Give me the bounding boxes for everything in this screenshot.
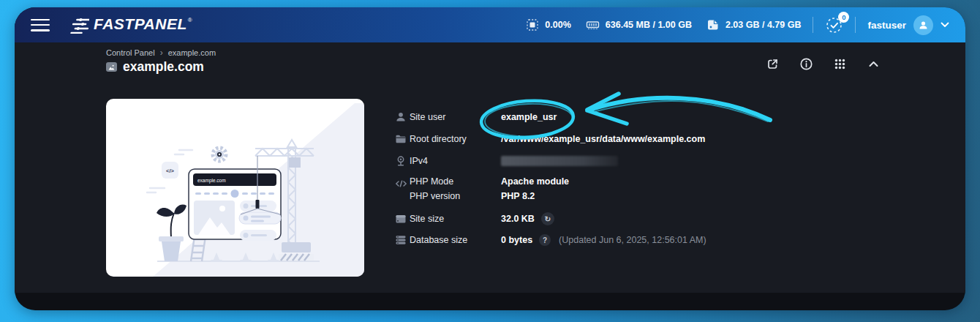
breadcrumb: Control Panel › example.com [106,48,216,58]
refresh-site-size-button[interactable]: ↻ [541,212,554,225]
crane-base [282,242,311,252]
user-menu[interactable]: fastuser [867,15,949,35]
page-title-row: example.com [106,59,204,75]
topbar-divider [855,17,856,33]
database-size-value: 0 bytes [501,235,532,245]
page-title: example.com [123,59,204,75]
ipv4-label: IPv4 [410,156,501,166]
database-size-row: Database size 0 bytes ? (Updated Jun 6, … [395,233,706,247]
browser-window-illustration: example.com [189,169,281,241]
menu-icon[interactable] [31,19,50,31]
site-user-row: Site user example_usr [395,110,557,124]
php-mode-label: PHP Mode [410,176,501,187]
logo-equalizer-icon [69,18,89,34]
site-illustration-card: </> [106,99,364,277]
drive-icon [395,213,410,225]
disk-icon [706,18,720,31]
database-size-help-button[interactable]: ? [539,234,551,246]
disk-value: 2.03 GB / 4.79 GB [725,20,802,30]
ipv4-redacted-value [501,156,618,166]
svg-text:</>: </> [166,168,174,174]
disk-usage: 2.03 GB / 4.79 GB [706,18,802,31]
logo-registered-mark: ® [188,17,192,23]
php-version-value: PHP 8.2 [501,191,569,201]
code-badge-icon: </> [162,162,178,179]
logo-text: FASTPANEL [94,16,187,32]
user-avatar-icon [918,20,929,31]
root-directory-label: Root directory [410,134,501,144]
database-icon [395,234,410,246]
site-favicon-icon [106,62,117,72]
site-size-value: 32.0 KB [501,214,535,224]
username: fastuser [867,20,906,31]
crane-counterweight [289,157,301,168]
tasks-button[interactable]: 0 [825,16,843,34]
root-directory-row: Root directory /var/www/example_usr/data… [395,132,705,146]
user-icon [395,111,410,123]
site-user-value: example_usr [501,112,557,122]
open-site-external-link-icon[interactable] [766,57,780,71]
apps-grid-icon[interactable] [833,57,847,71]
cpu-usage: 0.00% [526,18,570,31]
php-mode-value: Apache module [501,176,569,187]
root-directory-value: /var/www/example_usr/data/www/example.co… [501,134,705,144]
main-content: Control Panel › example.com example.com [15,42,965,293]
crane-base-hatch [279,254,314,261]
site-user-label: Site user [410,112,501,122]
ram-icon [586,18,600,31]
gear-icon [213,148,226,161]
php-version-label: PHP version [410,191,501,201]
tasks-count-badge: 0 [838,12,849,23]
topbar-divider [813,17,813,33]
resource-stats: 0.00% 636.45 MB / 1.00 GB [526,18,801,31]
cpu-icon [526,18,539,31]
ipv4-row: IPv4 [395,154,618,168]
site-size-row: Site size 32.0 KB ↻ [395,211,554,226]
info-icon[interactable] [799,57,813,71]
breadcrumb-current: example.com [168,48,216,57]
illustration-url: example.com [197,178,226,184]
under-construction-illustration: </> [106,99,364,277]
collapse-chevron-up-icon[interactable] [867,57,881,71]
php-row: PHP Mode Apache module PHP version PHP 8… [395,176,569,201]
app-window: FASTPANEL ® 0.00% [15,7,965,310]
site-size-label: Site size [410,214,501,224]
database-size-label: Database size [410,235,501,245]
database-size-updated-note: (Updated Jun 6, 2025, 12:56:01 AM) [559,235,706,245]
breadcrumb-separator: › [160,48,163,58]
cpu-value: 0.00% [545,20,570,30]
fastpanel-logo[interactable]: FASTPANEL ® [69,16,192,34]
avatar [913,15,933,35]
ram-usage: 636.45 MB / 1.00 GB [586,18,692,31]
chevron-down-icon [941,22,949,28]
location-pin-icon [395,155,410,167]
breadcrumb-control-panel[interactable]: Control Panel [106,48,155,57]
folder-icon [395,133,410,145]
code-icon [395,178,410,190]
ram-value: 636.45 MB / 1.00 GB [606,20,692,30]
header-actions [766,57,881,71]
topbar: FASTPANEL ® 0.00% [15,7,965,42]
